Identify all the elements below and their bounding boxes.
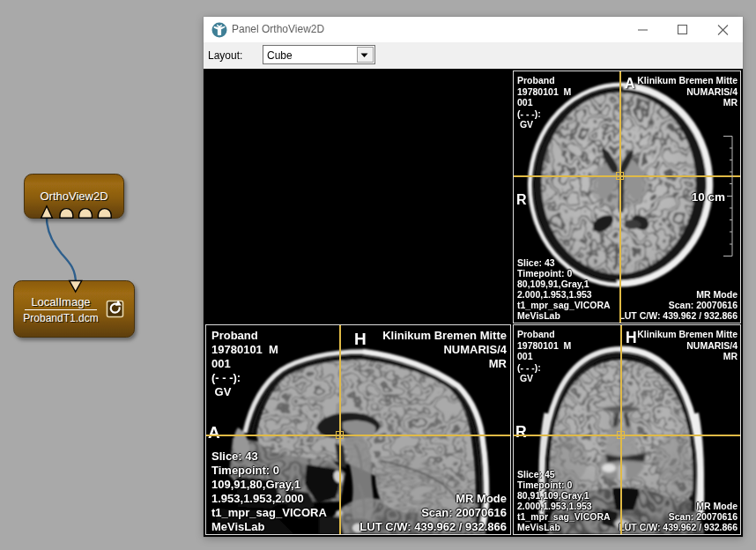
svg-text:ProbandT1.dcm: ProbandT1.dcm <box>23 312 98 324</box>
svg-text:OrthoView2D: OrthoView2D <box>40 190 107 203</box>
svg-text:LocalImage: LocalImage <box>31 295 90 308</box>
